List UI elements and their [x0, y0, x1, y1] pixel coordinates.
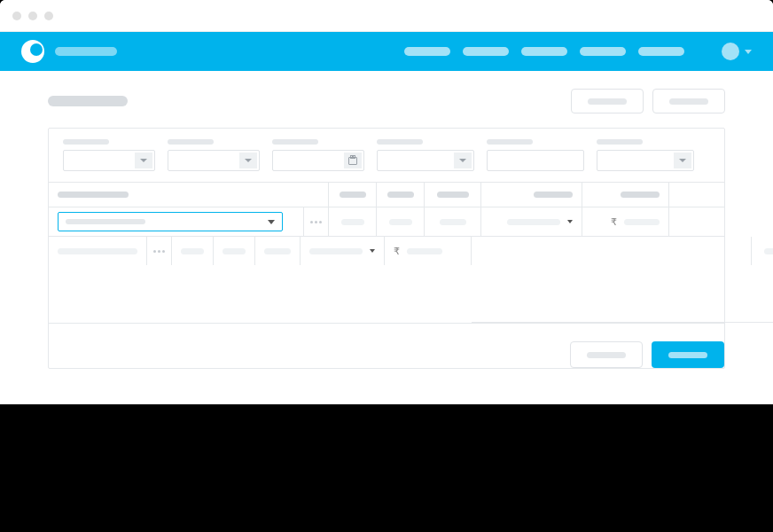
- filter-3: [272, 139, 364, 171]
- more-horizontal-icon: [310, 221, 322, 223]
- filter-1-select[interactable]: [63, 150, 155, 171]
- nav-item-1[interactable]: [404, 47, 450, 56]
- chevron-down-icon: [567, 220, 573, 223]
- currency-symbol: ₹: [394, 246, 400, 257]
- filter-4-select[interactable]: [377, 150, 474, 171]
- chevron-down-icon: [268, 220, 275, 224]
- submit-button[interactable]: [652, 341, 724, 368]
- page-content: ₹ ₹: [0, 71, 773, 404]
- table-row: ₹: [472, 237, 773, 323]
- filter-6-select[interactable]: [597, 150, 694, 171]
- chevron-down-icon: [140, 159, 147, 162]
- nav-item-5[interactable]: [638, 47, 684, 56]
- page-title: [48, 96, 128, 106]
- filter-4: [377, 139, 474, 171]
- user-menu[interactable]: [722, 43, 752, 60]
- header-action-2[interactable]: [652, 89, 725, 113]
- row-more-button[interactable]: [304, 207, 329, 236]
- nav-menu: [404, 47, 684, 56]
- avatar: [722, 43, 739, 60]
- filter-1: [63, 139, 155, 171]
- item-select[interactable]: [58, 212, 283, 231]
- filter-5: [487, 139, 584, 171]
- nav-item-3[interactable]: [521, 47, 567, 56]
- table-row: ₹: [49, 207, 724, 237]
- calendar-icon: [344, 153, 362, 168]
- cancel-button[interactable]: [570, 341, 643, 368]
- filter-3-date[interactable]: [272, 150, 364, 171]
- filter-2: [168, 139, 260, 171]
- filter-2-select[interactable]: [168, 150, 260, 171]
- row-dropdown-d[interactable]: [481, 207, 582, 236]
- chevron-down-icon: [679, 159, 686, 162]
- chevron-down-icon: [370, 249, 375, 253]
- minimize-window-icon[interactable]: [28, 12, 37, 20]
- row-dropdown-d[interactable]: [301, 237, 385, 265]
- close-window-icon[interactable]: [12, 12, 21, 20]
- table-header: [49, 183, 724, 207]
- table-row: ₹ ₹: [49, 237, 724, 324]
- browser-window: ₹ ₹: [0, 0, 773, 404]
- footer-actions: [49, 341, 724, 368]
- app-name: [55, 47, 117, 56]
- line-items-table: ₹ ₹: [49, 183, 724, 368]
- chevron-down-icon: [245, 159, 252, 162]
- nav-item-2[interactable]: [463, 47, 509, 56]
- filters-row: [49, 129, 724, 183]
- nav-item-4[interactable]: [580, 47, 626, 56]
- more-horizontal-icon: [153, 250, 165, 253]
- chevron-down-icon: [459, 159, 466, 162]
- window-title-bar: [0, 0, 773, 32]
- form-card: ₹ ₹: [48, 128, 725, 369]
- maximize-window-icon[interactable]: [44, 12, 53, 20]
- filter-5-input[interactable]: [487, 150, 584, 171]
- chevron-down-icon: [745, 50, 752, 54]
- app-logo-icon[interactable]: [21, 40, 44, 63]
- filter-6: [597, 139, 694, 171]
- app-header: [0, 32, 773, 71]
- row-more-button[interactable]: [147, 237, 172, 265]
- page-header: [48, 89, 725, 113]
- currency-symbol: ₹: [611, 216, 617, 228]
- header-action-1[interactable]: [571, 89, 644, 113]
